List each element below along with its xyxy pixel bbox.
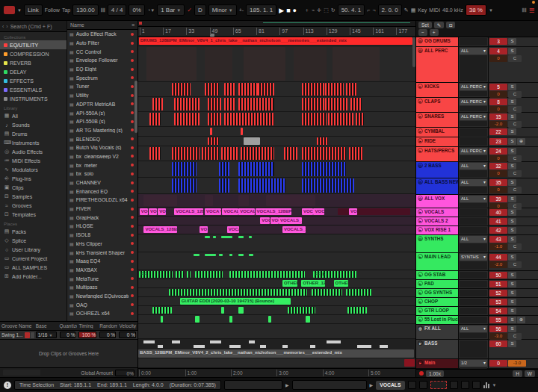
track-number[interactable]: 32 xyxy=(489,163,507,169)
browser-item-cc-control[interactable]: ▤CC Control xyxy=(67,47,137,56)
clip-slot[interactable] xyxy=(408,381,416,389)
clip[interactable] xyxy=(238,98,274,111)
clip[interactable] xyxy=(219,178,230,193)
arrangement-row-main[interactable] xyxy=(138,358,415,368)
clip[interactable] xyxy=(194,254,199,256)
track-number[interactable]: 44 xyxy=(489,254,507,261)
clip[interactable] xyxy=(229,316,232,323)
clip[interactable] xyxy=(221,307,224,314)
clip[interactable]: OTHER xyxy=(282,280,297,287)
input-routing-select[interactable]: ALL PERC▾ xyxy=(460,113,487,120)
browser-item-envelope-follower[interactable]: ▤Envelope Follower xyxy=(67,56,137,65)
arrangement-row-chop[interactable]: GUITAR EDDI [2020-03-10 194715] (Bounce) xyxy=(138,297,415,306)
solo-button[interactable]: S xyxy=(508,138,516,145)
clip[interactable] xyxy=(229,345,241,348)
pan-value[interactable]: C xyxy=(508,55,522,62)
browser-item-maag-eq4[interactable]: ▤Maag EQ4 xyxy=(67,257,137,266)
pan-value[interactable]: C xyxy=(508,91,522,98)
clip[interactable] xyxy=(169,289,308,296)
track-name[interactable]: ▸OG SYNTHS xyxy=(416,289,459,297)
track-name[interactable]: ▸PAD xyxy=(416,280,459,288)
track-header-kicks[interactable]: ▸KICKSALL PERC▾5S0C xyxy=(416,83,538,98)
clip[interactable] xyxy=(205,47,232,81)
solo-button[interactable]: S xyxy=(508,179,516,186)
clip[interactable] xyxy=(205,83,219,96)
automation-arm-icon[interactable]: ⌁ xyxy=(312,7,315,13)
solo-button[interactable]: S xyxy=(508,196,516,202)
groove-col-random[interactable]: Random xyxy=(98,323,117,329)
zoom-out-button[interactable]: − xyxy=(418,29,427,36)
track-header-pad[interactable]: ▸PAD51S xyxy=(416,280,538,289)
track-header-fx-all[interactable]: ◎FX ALLALL▾56S-3.0C xyxy=(416,325,538,340)
clip[interactable] xyxy=(333,47,380,81)
arrangement-row-hats-percs[interactable] xyxy=(138,146,415,161)
groove-timing-value[interactable]: 100 % xyxy=(78,332,96,338)
clip[interactable] xyxy=(284,147,298,160)
arrangement-row-kicks[interactable] xyxy=(138,82,415,97)
clip[interactable] xyxy=(238,162,274,176)
sidebar-item-midi-effects[interactable]: ≔MIDI Effects xyxy=(0,156,67,165)
track-name[interactable]: ◎OG DRUMS xyxy=(416,37,459,46)
solo-button[interactable]: S xyxy=(508,113,516,120)
arrangement-row-fx-all[interactable] xyxy=(138,324,415,339)
clip[interactable]: FF_E xyxy=(313,271,357,278)
nudge-icons[interactable]: ⦀⦀ xyxy=(101,7,105,13)
track-number[interactable]: 5 xyxy=(489,84,507,90)
browser-item-spectrum[interactable]: ▤Spectrum xyxy=(67,73,137,82)
sidebar-item-add-folder[interactable]: ⊞Add Folder... xyxy=(0,272,67,281)
clip[interactable] xyxy=(260,345,265,348)
draw-mode-icon[interactable]: ✎ xyxy=(404,7,409,13)
browser-item-api-550a-s[interactable]: ▤API-550A (s) xyxy=(67,108,137,117)
clip[interactable]: VOCALS_128BP xyxy=(143,226,177,233)
width-zoom-button[interactable]: W xyxy=(525,370,535,377)
clip[interactable] xyxy=(325,98,347,111)
track-number[interactable]: 60 xyxy=(489,340,507,347)
browser-item-fiver[interactable]: ▤FIVER xyxy=(67,205,137,214)
track-number[interactable]: 55 xyxy=(489,317,507,323)
arrangement-row-vox-rise-1[interactable]: VOCALS_128BPVOVOCAVOCALS_12 xyxy=(138,225,415,234)
clip[interactable] xyxy=(327,340,341,343)
input-routing-select[interactable]: ALL PERC▾ xyxy=(460,99,487,105)
groove-amount-field[interactable]: 0% xyxy=(129,4,145,16)
browser-item-khs-clipper[interactable]: ▤kHs Clipper xyxy=(67,240,137,249)
track-number[interactable]: 15 xyxy=(489,113,507,120)
computer-midi-keyboard-icon[interactable]: ▦ xyxy=(411,7,416,13)
arrangement-row-og-stab[interactable]: FFFF_E xyxy=(138,270,415,279)
clip[interactable] xyxy=(174,98,199,111)
solo-button[interactable]: S xyxy=(508,38,516,45)
groove-col-timing[interactable]: Timing xyxy=(77,323,98,329)
browser-item-khs-transient-shaper[interactable]: ▤kHs Transient Shaper xyxy=(67,248,137,257)
clip[interactable]: VOCALS xyxy=(238,208,255,215)
clip[interactable]: VOCA xyxy=(302,208,313,215)
track-number[interactable]: 42 xyxy=(489,227,507,234)
clip[interactable] xyxy=(224,83,235,96)
track-name[interactable]: ▸VOCALS xyxy=(416,208,459,217)
input-routing-select[interactable]: ALL PERC▾ xyxy=(460,84,487,90)
browser-item-enhanced-eq[interactable]: ▤Enhanced EQ xyxy=(67,187,137,196)
clip[interactable]: VOO xyxy=(149,208,157,215)
solo-button[interactable]: S xyxy=(508,281,516,287)
groove-pool-footer-button[interactable] xyxy=(3,370,40,376)
track-number[interactable]: 56 xyxy=(489,326,507,332)
clip[interactable] xyxy=(238,195,250,206)
input-routing-select[interactable]: ALL▾ xyxy=(460,196,487,202)
browser-item-bx-meter[interactable]: ▤bx_meter xyxy=(67,161,137,169)
clip[interactable] xyxy=(195,316,200,323)
track-name[interactable]: ▸KICKS xyxy=(416,83,459,97)
playback-speed-value[interactable]: 1.00x xyxy=(426,370,444,377)
browser-item-bx-solo[interactable]: ▤bx_solo xyxy=(67,169,137,178)
loop-length-field[interactable]: 2. 0. 0 xyxy=(378,4,402,16)
browser-item-oaq[interactable]: ▤OAQ xyxy=(67,300,137,309)
punch-in-icon[interactable]: ⌐ xyxy=(367,7,370,13)
solo-button[interactable]: S xyxy=(508,227,516,234)
volume-value[interactable]: -3.0 xyxy=(508,360,526,367)
solo-button[interactable]: S xyxy=(508,317,516,323)
record-speed-icon[interactable] xyxy=(419,371,424,376)
track-header-gtr-loop[interactable]: ▸GTR LOOP54S xyxy=(416,307,538,316)
browser-item-ochrezl-x64[interactable]: ▤OCHREZL x64 xyxy=(67,309,137,318)
clip[interactable] xyxy=(172,83,191,96)
arrangement-row-vocals[interactable]: VOCVOOVOVOCALS_128BPMVOCA VOVOCALSVOCALS… xyxy=(138,208,415,217)
track-name[interactable]: ▸HATS/PERCS xyxy=(416,147,459,161)
track-number[interactable]: 41 xyxy=(489,218,507,225)
clip[interactable]: BASS_128BPM_EMinor_V8V4_2_chris_lake__na… xyxy=(138,349,414,358)
